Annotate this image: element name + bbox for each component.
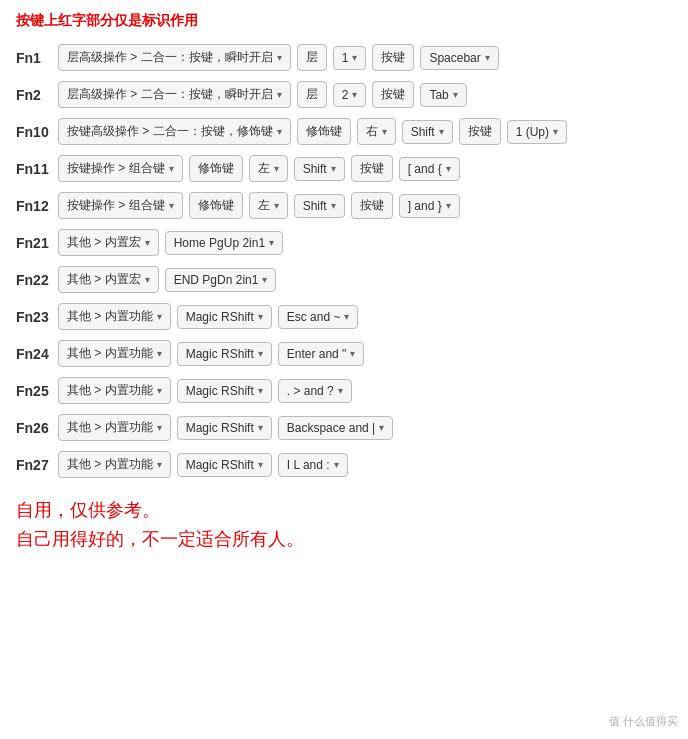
dropdown-button[interactable]: 按键高级操作 > 二合一：按键，修饰键▾	[58, 118, 291, 145]
dropdown-button[interactable]: 左▾	[249, 192, 288, 219]
dropdown-button[interactable]: 左▾	[249, 155, 288, 182]
dropdown-button[interactable]: Home PgUp 2in1▾	[165, 231, 283, 255]
chevron-down-icon: ▾	[258, 422, 263, 433]
dropdown-button[interactable]: Backspace and |▾	[278, 416, 394, 440]
table-row: Fn27其他 > 内置功能▾Magic RShift▾I L and :▾	[16, 451, 672, 478]
label-tag: 修饰键	[189, 192, 243, 219]
dropdown-button[interactable]: Shift▾	[294, 194, 345, 218]
chevron-down-icon: ▾	[350, 348, 355, 359]
dropdown-button[interactable]: Magic RShift▾	[177, 453, 272, 477]
dropdown-button[interactable]: 其他 > 内置宏▾	[58, 266, 159, 293]
dropdown-button[interactable]: [ and {▾	[399, 157, 460, 181]
chevron-down-icon: ▾	[382, 126, 387, 137]
dropdown-button[interactable]: 其他 > 内置功能▾	[58, 377, 171, 404]
dropdown-button[interactable]: 1▾	[333, 46, 367, 70]
dropdown-button[interactable]: 其他 > 内置宏▾	[58, 229, 159, 256]
chevron-down-icon: ▾	[439, 126, 444, 137]
chevron-down-icon: ▾	[277, 89, 282, 100]
chevron-down-icon: ▾	[344, 311, 349, 322]
fn-label: Fn26	[16, 420, 52, 436]
chevron-down-icon: ▾	[553, 126, 558, 137]
chevron-down-icon: ▾	[258, 385, 263, 396]
chevron-down-icon: ▾	[274, 163, 279, 174]
table-row: Fn1层高级操作 > 二合一：按键，瞬时开启▾层1▾按键Spacebar▾	[16, 44, 672, 71]
fn-label: Fn23	[16, 309, 52, 325]
table-row: Fn11按键操作 > 组合键▾修饰键左▾Shift▾按键[ and {▾	[16, 155, 672, 182]
table-row: Fn26其他 > 内置功能▾Magic RShift▾Backspace and…	[16, 414, 672, 441]
dropdown-button[interactable]: 其他 > 内置功能▾	[58, 340, 171, 367]
dropdown-button[interactable]: I L and :▾	[278, 453, 348, 477]
chevron-down-icon: ▾	[277, 126, 282, 137]
chevron-down-icon: ▾	[446, 163, 451, 174]
chevron-down-icon: ▾	[331, 163, 336, 174]
dropdown-button[interactable]: Magic RShift▾	[177, 342, 272, 366]
chevron-down-icon: ▾	[338, 385, 343, 396]
fn-label: Fn25	[16, 383, 52, 399]
chevron-down-icon: ▾	[169, 200, 174, 211]
table-row: Fn25其他 > 内置功能▾Magic RShift▾. > and ?▾	[16, 377, 672, 404]
dropdown-button[interactable]: 其他 > 内置功能▾	[58, 451, 171, 478]
fn-label: Fn27	[16, 457, 52, 473]
dropdown-button[interactable]: 按键操作 > 组合键▾	[58, 155, 183, 182]
chevron-down-icon: ▾	[145, 237, 150, 248]
chevron-down-icon: ▾	[157, 422, 162, 433]
fn-label: Fn21	[16, 235, 52, 251]
dropdown-button[interactable]: 其他 > 内置功能▾	[58, 303, 171, 330]
dropdown-button[interactable]: END PgDn 2in1▾	[165, 268, 277, 292]
dropdown-button[interactable]: Shift▾	[402, 120, 453, 144]
label-tag: 按键	[351, 192, 393, 219]
fn-label: Fn2	[16, 87, 52, 103]
chevron-down-icon: ▾	[352, 89, 357, 100]
chevron-down-icon: ▾	[331, 200, 336, 211]
dropdown-button[interactable]: Magic RShift▾	[177, 379, 272, 403]
chevron-down-icon: ▾	[145, 274, 150, 285]
dropdown-button[interactable]: 层高级操作 > 二合一：按键，瞬时开启▾	[58, 81, 291, 108]
dropdown-button[interactable]: Magic RShift▾	[177, 416, 272, 440]
dropdown-button[interactable]: Magic RShift▾	[177, 305, 272, 329]
chevron-down-icon: ▾	[157, 459, 162, 470]
chevron-down-icon: ▾	[334, 459, 339, 470]
fn-label: Fn10	[16, 124, 52, 140]
label-tag: 修饰键	[297, 118, 351, 145]
notice: 按键上红字部分仅是标识作用	[16, 12, 672, 30]
dropdown-button[interactable]: Enter and "▾	[278, 342, 365, 366]
dropdown-button[interactable]: Tab▾	[420, 83, 466, 107]
dropdown-button[interactable]: Esc and ~▾	[278, 305, 359, 329]
table-row: Fn23其他 > 内置功能▾Magic RShift▾Esc and ~▾	[16, 303, 672, 330]
chevron-down-icon: ▾	[169, 163, 174, 174]
dropdown-button[interactable]: 层高级操作 > 二合一：按键，瞬时开启▾	[58, 44, 291, 71]
chevron-down-icon: ▾	[277, 52, 282, 63]
fn-label: Fn1	[16, 50, 52, 66]
fn-label: Fn12	[16, 198, 52, 214]
dropdown-button[interactable]: 按键操作 > 组合键▾	[58, 192, 183, 219]
chevron-down-icon: ▾	[258, 459, 263, 470]
chevron-down-icon: ▾	[262, 274, 267, 285]
dropdown-button[interactable]: . > and ?▾	[278, 379, 352, 403]
chevron-down-icon: ▾	[258, 348, 263, 359]
dropdown-button[interactable]: 2▾	[333, 83, 367, 107]
table-row: Fn24其他 > 内置功能▾Magic RShift▾Enter and "▾	[16, 340, 672, 367]
dropdown-button[interactable]: 1 (Up)▾	[507, 120, 567, 144]
dropdown-button[interactable]: ] and }▾	[399, 194, 460, 218]
chevron-down-icon: ▾	[258, 311, 263, 322]
dropdown-button[interactable]: Spacebar▾	[420, 46, 498, 70]
footer-text: 自用，仅供参考。自己用得好的，不一定适合所有人。	[16, 496, 672, 554]
chevron-down-icon: ▾	[485, 52, 490, 63]
table-row: Fn21其他 > 内置宏▾Home PgUp 2in1▾	[16, 229, 672, 256]
fn-label: Fn24	[16, 346, 52, 362]
table-row: Fn2层高级操作 > 二合一：按键，瞬时开启▾层2▾按键Tab▾	[16, 81, 672, 108]
label-tag: 按键	[372, 44, 414, 71]
dropdown-button[interactable]: 右▾	[357, 118, 396, 145]
table-row: Fn12按键操作 > 组合键▾修饰键左▾Shift▾按键] and }▾	[16, 192, 672, 219]
label-tag: 按键	[372, 81, 414, 108]
label-tag: 按键	[351, 155, 393, 182]
chevron-down-icon: ▾	[453, 89, 458, 100]
table-row: Fn22其他 > 内置宏▾END PgDn 2in1▾	[16, 266, 672, 293]
table-row: Fn10按键高级操作 > 二合一：按键，修饰键▾修饰键右▾Shift▾按键1 (…	[16, 118, 672, 145]
chevron-down-icon: ▾	[274, 200, 279, 211]
label-tag: 修饰键	[189, 155, 243, 182]
label-tag: 按键	[459, 118, 501, 145]
dropdown-button[interactable]: 其他 > 内置功能▾	[58, 414, 171, 441]
chevron-down-icon: ▾	[157, 348, 162, 359]
dropdown-button[interactable]: Shift▾	[294, 157, 345, 181]
